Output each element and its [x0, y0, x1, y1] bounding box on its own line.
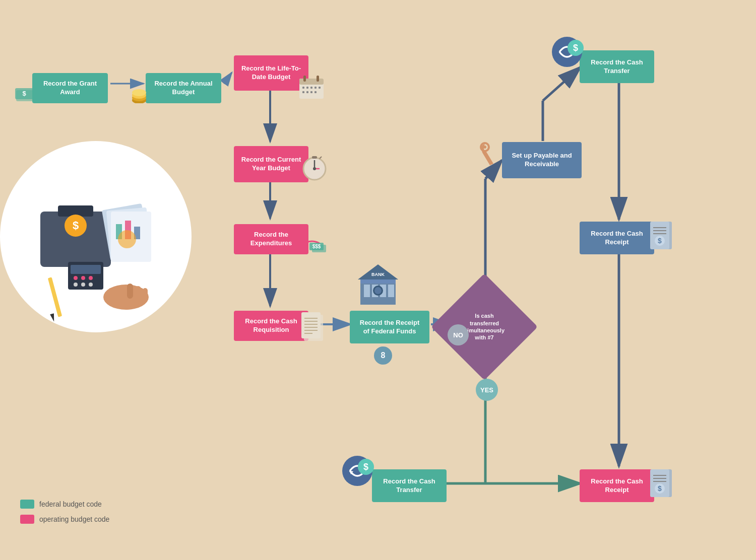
svg-rect-41	[48, 277, 62, 317]
node-record-grant-award: Record the Grant Award	[32, 73, 108, 103]
node-record-cash-requisition: Record the Cash Requisition	[234, 311, 308, 341]
svg-point-43	[103, 285, 149, 310]
svg-rect-47	[143, 288, 148, 301]
calendar-icon	[298, 75, 326, 104]
svg-text:$: $	[363, 462, 368, 472]
bank-icon: BANK	[353, 257, 403, 309]
svg-rect-65	[306, 91, 308, 93]
svg-text:$: $	[22, 90, 26, 97]
svg-point-36	[81, 276, 85, 280]
svg-rect-64	[302, 91, 304, 93]
receipt-icon-right: $	[650, 222, 678, 256]
svg-point-37	[89, 276, 93, 280]
svg-point-38	[74, 283, 78, 287]
node-record-receipt-federal-funds: Record the Receipt of Federal Funds	[350, 311, 429, 343]
flowchart-container: $	[0, 0, 756, 560]
svg-rect-73	[312, 156, 317, 159]
svg-point-32	[118, 230, 136, 248]
stopwatch-icon	[300, 151, 328, 183]
svg-rect-59	[302, 87, 304, 89]
svg-rect-45	[127, 284, 133, 299]
svg-text:$: $	[658, 237, 662, 245]
badge-no: NO	[448, 324, 469, 345]
svg-point-39	[81, 283, 85, 287]
svg-rect-92	[360, 279, 396, 284]
svg-point-72	[313, 167, 316, 170]
svg-text:$: $	[573, 43, 578, 53]
svg-text:$: $	[73, 219, 79, 232]
svg-text:$$$: $$$	[312, 244, 321, 249]
badge-8: 8	[374, 346, 392, 365]
svg-line-16	[543, 67, 581, 101]
svg-rect-66	[310, 91, 312, 93]
node-setup-payable-receivable: Set up Payable and Receivable	[502, 142, 582, 178]
svg-rect-44	[118, 286, 124, 301]
requisition-doc-icon	[301, 312, 329, 347]
expenditures-icon: $$$	[299, 231, 330, 255]
wrench-icon	[475, 140, 502, 172]
svg-marker-42	[50, 313, 56, 322]
svg-point-54	[132, 89, 146, 96]
transfer-icon-bottom: $	[340, 453, 375, 491]
node-record-current-year-budget: Record the Current Year Budget	[234, 146, 308, 182]
svg-rect-57	[303, 76, 306, 82]
expenditures-label: Record the Expenditures	[240, 231, 302, 248]
node-record-cash-transfer-bottom: Record the Cash Transfer	[372, 469, 447, 502]
svg-rect-61	[310, 87, 312, 89]
illustration-circle: $	[0, 141, 192, 332]
svg-point-95	[374, 287, 382, 294]
life-to-date-label: Record the Life-To-Date Budget	[240, 64, 302, 82]
svg-line-74	[320, 157, 322, 159]
node-record-cash-receipt-right: Record the Cash Receipt	[580, 222, 654, 254]
svg-text:$: $	[658, 484, 662, 493]
svg-rect-67	[314, 91, 317, 93]
svg-rect-60	[306, 87, 308, 89]
node-record-expenditures: Record the Expenditures	[234, 224, 308, 254]
svg-point-35	[74, 276, 78, 280]
svg-rect-91	[388, 285, 394, 297]
svg-rect-46	[135, 286, 141, 300]
svg-rect-58	[317, 76, 319, 82]
svg-rect-63	[319, 87, 321, 89]
legend-federal-budget-code: federal budget code	[20, 500, 109, 509]
svg-text:BANK: BANK	[371, 272, 385, 277]
svg-rect-62	[314, 87, 317, 89]
node-record-life-to-date: Record the Life-To-Date Budget	[234, 55, 308, 91]
receipt-icon-bottom: $	[650, 469, 678, 504]
transfer-icon-top: $	[549, 34, 585, 72]
legend: federal budget code operating budget cod…	[20, 500, 109, 530]
legend-operating-color	[20, 515, 34, 524]
svg-point-40	[89, 283, 93, 287]
badge-yes: YES	[476, 379, 498, 401]
node-record-cash-receipt-bottom: Record the Cash Receipt	[580, 469, 654, 502]
svg-rect-79	[301, 312, 321, 338]
svg-line-7	[224, 73, 232, 84]
svg-rect-56	[299, 79, 324, 85]
money-icon-grant: $	[15, 88, 35, 104]
svg-point-97	[483, 146, 486, 149]
node-record-annual-budget: Record the Annual Budget	[146, 73, 221, 103]
legend-federal-color	[20, 500, 34, 509]
legend-operating-budget-code: operating budget code	[20, 515, 109, 524]
svg-rect-88	[364, 285, 370, 297]
node-record-cash-transfer-top: Record the Cash Transfer	[580, 50, 654, 83]
svg-rect-34	[71, 265, 101, 274]
coins-icon-annual	[130, 88, 148, 105]
